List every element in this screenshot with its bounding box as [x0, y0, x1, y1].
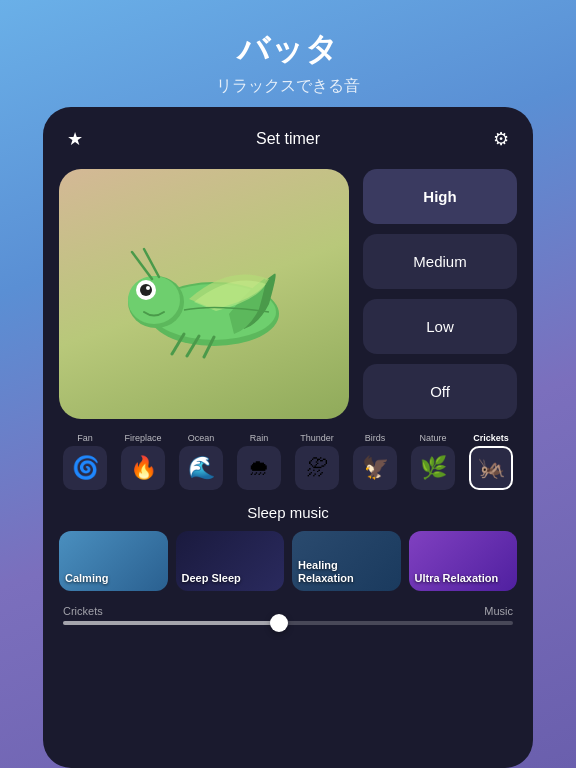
volume-off-button[interactable]: Off: [363, 364, 517, 419]
grasshopper-image: [59, 169, 349, 419]
sound-birds-label: Birds: [365, 433, 386, 443]
page-subtitle: リラックスできる音: [216, 76, 360, 97]
card-topbar: ★ Set timer ⚙: [59, 123, 517, 155]
slider-thumb[interactable]: [270, 614, 288, 632]
page-header: バッタ リラックスできる音: [216, 0, 360, 97]
sound-crickets-label: Crickets: [473, 433, 509, 443]
sound-rain-label: Rain: [250, 433, 269, 443]
sound-crickets-icon[interactable]: 🦗: [469, 446, 513, 490]
main-card: ★ Set timer ⚙: [43, 107, 533, 768]
sound-fan-icon[interactable]: 🌀: [63, 446, 107, 490]
volume-medium-button[interactable]: Medium: [363, 234, 517, 289]
volume-high-button[interactable]: High: [363, 169, 517, 224]
sound-crickets[interactable]: Crickets 🦗: [465, 433, 517, 490]
content-area: High Medium Low Off: [59, 169, 517, 419]
sound-ocean[interactable]: Ocean 🌊: [175, 433, 227, 490]
sound-fireplace[interactable]: Fireplace 🔥: [117, 433, 169, 490]
svg-point-5: [140, 284, 152, 296]
sound-nature[interactable]: Nature 🌿: [407, 433, 459, 490]
slider-left-label: Crickets: [63, 605, 103, 617]
settings-icon[interactable]: ⚙: [485, 123, 517, 155]
svg-point-6: [146, 286, 150, 290]
slider-right-label: Music: [484, 605, 513, 617]
sound-fireplace-label: Fireplace: [124, 433, 161, 443]
sound-fan-label: Fan: [77, 433, 93, 443]
slider-track[interactable]: [63, 621, 513, 625]
sound-fan[interactable]: Fan 🌀: [59, 433, 111, 490]
music-calming-label: Calming: [65, 572, 108, 585]
sound-thunder-icon[interactable]: ⛈: [295, 446, 339, 490]
sound-birds[interactable]: Birds 🦅: [349, 433, 401, 490]
sound-nature-icon[interactable]: 🌿: [411, 446, 455, 490]
page-title: バッタ: [216, 28, 360, 72]
favorites-icon[interactable]: ★: [59, 123, 91, 155]
timer-label[interactable]: Set timer: [256, 130, 320, 148]
music-row: Calming Deep Sleep Healing Relaxation Ul…: [59, 531, 517, 591]
slider-fill: [63, 621, 279, 625]
sound-thunder[interactable]: Thunder ⛈: [291, 433, 343, 490]
sound-fireplace-icon[interactable]: 🔥: [121, 446, 165, 490]
sound-rain[interactable]: Rain 🌧: [233, 433, 285, 490]
slider-area: Crickets Music: [59, 605, 517, 625]
volume-low-button[interactable]: Low: [363, 299, 517, 354]
sound-rain-icon[interactable]: 🌧: [237, 446, 281, 490]
svg-point-3: [128, 276, 180, 324]
music-calming[interactable]: Calming: [59, 531, 168, 591]
music-deep-sleep[interactable]: Deep Sleep: [176, 531, 285, 591]
sleep-music-title: Sleep music: [59, 504, 517, 521]
sound-ocean-label: Ocean: [188, 433, 215, 443]
sound-birds-icon[interactable]: 🦅: [353, 446, 397, 490]
sound-ocean-icon[interactable]: 🌊: [179, 446, 223, 490]
music-healing-relaxation[interactable]: Healing Relaxation: [292, 531, 401, 591]
volume-buttons: High Medium Low Off: [363, 169, 517, 419]
music-healing-label: Healing Relaxation: [298, 559, 395, 585]
music-ultra-label: Ultra Relaxation: [415, 572, 499, 585]
sleep-music-section: Sleep music Calming Deep Sleep Healing R…: [59, 504, 517, 591]
music-ultra-relaxation[interactable]: Ultra Relaxation: [409, 531, 518, 591]
slider-labels: Crickets Music: [63, 605, 513, 617]
music-deep-sleep-label: Deep Sleep: [182, 572, 241, 585]
sound-thunder-label: Thunder: [300, 433, 334, 443]
sound-row: Fan 🌀 Fireplace 🔥 Ocean 🌊 Rain 🌧 Thunder…: [59, 433, 517, 490]
sound-nature-label: Nature: [419, 433, 446, 443]
